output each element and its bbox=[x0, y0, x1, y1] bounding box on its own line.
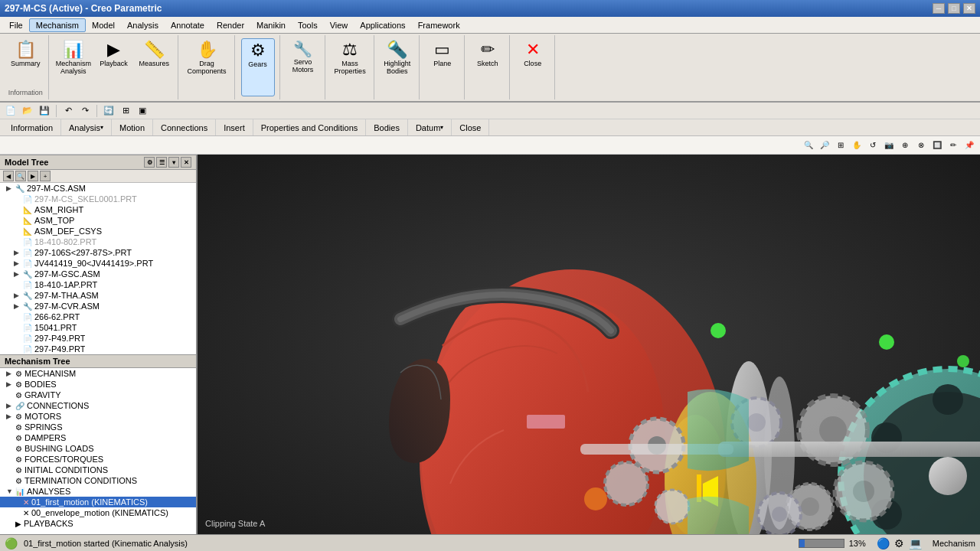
tree-item-def-csys[interactable]: 📐 ASM_DEF_CSYS bbox=[0, 226, 196, 236]
vtb-zoom-out[interactable]: 🔎 bbox=[817, 139, 832, 152]
tree-item-tha[interactable]: ▶ 🔧 297-M-THA.ASM bbox=[0, 290, 196, 301]
tree-item-gsc[interactable]: ▶ 🔧 297-M-GSC.ASM bbox=[0, 269, 196, 279]
tree-item-p49-2[interactable]: 📄 297-P49.PRT bbox=[0, 344, 196, 354]
vtb-zoom-fit[interactable]: ⊞ bbox=[833, 139, 848, 152]
toolbar-redo-btn[interactable]: ↷ bbox=[77, 104, 93, 118]
sketch-button[interactable]: ✏ Sketch bbox=[471, 38, 505, 96]
stbar-close[interactable]: Close bbox=[452, 119, 489, 135]
tree-search-btn[interactable]: 🔍 bbox=[15, 171, 26, 181]
highlight-bodies-button[interactable]: 🔦 HighlightBodies bbox=[381, 38, 414, 96]
menu-framework[interactable]: Framework bbox=[412, 19, 466, 31]
mechanism-item-playbacks[interactable]: ▶ PLAYBACKS bbox=[0, 518, 196, 529]
menu-analysis[interactable]: Analysis bbox=[121, 19, 165, 31]
mechanism-item-springs[interactable]: ⚙ SPRINGS bbox=[0, 422, 196, 432]
mechanism-item-bodies[interactable]: ▶ ⚙ BODIES bbox=[0, 379, 196, 390]
mechanism-analysis-button[interactable]: 📊 MechanismAnalysis bbox=[55, 38, 93, 77]
viewport[interactable]: Clipping State A bbox=[198, 155, 980, 534]
vtb-section[interactable]: ⊕ bbox=[897, 139, 913, 152]
mechanism-item-motors[interactable]: ▶ ⚙ MOTORS bbox=[0, 411, 196, 422]
tree-close-btn[interactable]: ✕ bbox=[181, 157, 191, 168]
mechanism-item-dampers[interactable]: ⚙ DAMPERS bbox=[0, 432, 196, 443]
vtb-view-manager[interactable]: 📷 bbox=[881, 139, 897, 152]
mechanism-item-connections[interactable]: ▶ 🔗 CONNECTIONS bbox=[0, 400, 196, 411]
plane-button[interactable]: ▭ Plane bbox=[426, 38, 459, 96]
mass-properties-button[interactable]: ⚖ MassProperties bbox=[332, 38, 369, 96]
vtb-clip[interactable]: ⊗ bbox=[913, 139, 929, 152]
menu-applications[interactable]: Applications bbox=[354, 19, 411, 31]
stbar-information[interactable]: Information bbox=[3, 119, 61, 135]
tree-item-p49-1[interactable]: 📄 297-P49.PRT bbox=[0, 333, 196, 344]
toolbar-undo-btn[interactable]: ↶ bbox=[60, 104, 76, 118]
tree-item-asm[interactable]: ▶ 🔧 297-M-CS.ASM bbox=[0, 183, 196, 194]
tree-item-297106s[interactable]: ▶ 📄 297-106S<297-87S>.PRT bbox=[0, 247, 196, 258]
mechanism-item-analyses[interactable]: ▼ 📊 ANALYSES bbox=[0, 486, 196, 497]
tree-cols-btn[interactable]: ☰ bbox=[156, 157, 167, 168]
tree-back-btn[interactable]: ◀ bbox=[3, 171, 14, 181]
close-ribbon-button[interactable]: ✕ Close bbox=[516, 38, 550, 96]
stbar-insert[interactable]: Insert bbox=[216, 119, 253, 135]
model-tree-section: Model Tree ⚙ ☰ ▾ ✕ ◀ 🔍 ▶ + ▶ bbox=[0, 155, 196, 354]
measures-icon: 📏 bbox=[144, 40, 165, 60]
mechanism-item-forces[interactable]: ⚙ FORCES/TORQUES bbox=[0, 454, 196, 465]
toolbar-regenerate-btn[interactable]: 🔄 bbox=[101, 104, 116, 118]
toolbar-save-btn[interactable]: 💾 bbox=[37, 104, 52, 118]
playback-button[interactable]: ▶ Playback bbox=[95, 38, 132, 69]
maximize-button[interactable]: □ bbox=[948, 3, 960, 14]
vtb-pin[interactable]: 📌 bbox=[962, 139, 977, 152]
measures-button[interactable]: 📏 Measures bbox=[136, 38, 173, 69]
stbar-connections[interactable]: Connections bbox=[153, 119, 216, 135]
tree-item-26662[interactable]: 📄 266-62.PRT bbox=[0, 311, 196, 322]
tree-settings-btn[interactable]: ⚙ bbox=[144, 157, 155, 168]
mechanism-tree-header: Mechanism Tree bbox=[0, 354, 196, 368]
tree-item-skel[interactable]: 📄 297-M-CS_SKEL0001.PRT bbox=[0, 194, 196, 204]
mechanism-item-gravity[interactable]: ⚙ GRAVITY bbox=[0, 390, 196, 400]
servo-motors-icon: 🔧 bbox=[293, 40, 312, 58]
vtb-zoom-in[interactable]: 🔍 bbox=[801, 139, 816, 152]
tree-item-18410[interactable]: 📄 18-410-802.PRT bbox=[0, 236, 196, 247]
servo-motors-button[interactable]: 🔧 ServoMotors bbox=[286, 38, 320, 96]
stbar-analysis[interactable]: Analysis bbox=[61, 119, 112, 135]
menu-model[interactable]: Model bbox=[86, 19, 121, 31]
mechanism-item-initial[interactable]: ⚙ INITIAL CONDITIONS bbox=[0, 465, 196, 475]
mechanism-item-mechanism[interactable]: ▶ ⚙ MECHANISM bbox=[0, 368, 196, 379]
minimize-button[interactable]: ─ bbox=[933, 3, 945, 14]
toolbar-open-btn[interactable]: 📂 bbox=[20, 104, 35, 118]
stbar-datum[interactable]: Datum bbox=[408, 119, 452, 135]
summary-button[interactable]: 📋 Summary bbox=[8, 38, 44, 87]
mechanism-item-envelope-motion[interactable]: ✕ 00_envelope_motion (KINEMATICS) bbox=[0, 507, 196, 518]
toolbar-new-btn[interactable]: 📄 bbox=[3, 104, 18, 118]
menu-mechanism[interactable]: Mechanism bbox=[29, 18, 86, 32]
menu-file[interactable]: File bbox=[3, 19, 29, 31]
tree-item-1ap[interactable]: 📄 18-410-1AP.PRT bbox=[0, 279, 196, 290]
menu-manikin[interactable]: Manikin bbox=[250, 19, 292, 31]
menu-view[interactable]: View bbox=[324, 19, 354, 31]
stbar-properties[interactable]: Properties and Conditions bbox=[253, 119, 367, 135]
mechanism-tree-body: ▶ ⚙ MECHANISM ▶ ⚙ BODIES ⚙ GRAVITY ▶ 🔗 bbox=[0, 368, 196, 534]
tree-item-cvr[interactable]: ▶ 🔧 297-M-CVR.ASM bbox=[0, 301, 196, 311]
tree-item-jv441419[interactable]: ▶ 📄 JV441419_90<JV441419>.PRT bbox=[0, 258, 196, 269]
tree-item-right[interactable]: 📐 ASM_RIGHT bbox=[0, 204, 196, 215]
mechanism-item-bushing[interactable]: ⚙ BUSHING LOADS bbox=[0, 443, 196, 454]
menu-tools[interactable]: Tools bbox=[292, 19, 324, 31]
stbar-motion[interactable]: Motion bbox=[112, 119, 153, 135]
svg-point-35 bbox=[853, 481, 874, 502]
tree-filter-btn[interactable]: ▾ bbox=[168, 157, 179, 168]
stbar-bodies[interactable]: Bodies bbox=[366, 119, 408, 135]
vtb-visibility[interactable]: 🔲 bbox=[929, 139, 945, 152]
vtb-sketch-tool[interactable]: ✏ bbox=[946, 139, 961, 152]
menu-annotate[interactable]: Annotate bbox=[165, 19, 211, 31]
toolbar-shading-btn[interactable]: ▣ bbox=[135, 104, 150, 118]
tree-item-15041[interactable]: 📄 15041.PRT bbox=[0, 322, 196, 333]
gears-button[interactable]: ⚙ Gears bbox=[241, 38, 275, 96]
tree-add-btn[interactable]: + bbox=[40, 171, 51, 181]
vtb-pan[interactable]: ✋ bbox=[849, 139, 864, 152]
tree-item-top[interactable]: 📐 ASM_TOP bbox=[0, 215, 196, 226]
toolbar-display-btn[interactable]: ⊞ bbox=[118, 104, 133, 118]
mechanism-item-first-motion[interactable]: ✕ 01_first_motion (KINEMATICS) bbox=[0, 497, 196, 507]
mechanism-item-termination[interactable]: ⚙ TERMINATION CONDITIONS bbox=[0, 475, 196, 486]
drag-components-button[interactable]: ✋ DragComponents bbox=[185, 38, 230, 96]
vtb-rotate[interactable]: ↺ bbox=[865, 139, 880, 152]
tree-expand-btn[interactable]: ▶ bbox=[28, 171, 38, 181]
close-window-button[interactable]: ✕ bbox=[963, 3, 975, 14]
menu-render[interactable]: Render bbox=[211, 19, 250, 31]
